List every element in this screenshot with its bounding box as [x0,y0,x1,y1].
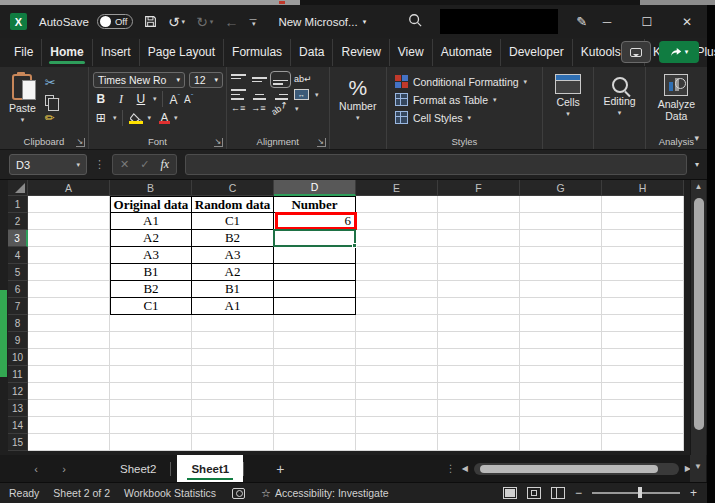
row-header-15[interactable]: 15 [8,434,28,451]
align-right-button[interactable] [273,89,288,100]
cell-D5[interactable] [274,264,356,281]
row-header-14[interactable]: 14 [8,417,28,434]
tab-scrollbar-splitter[interactable]: ⋮ [446,463,456,474]
cell-F6[interactable] [438,281,520,298]
sheet-tab-sheet2[interactable]: Sheet2 [106,455,170,482]
cell-E13[interactable] [356,400,438,417]
ribbon-tab-page-layout[interactable]: Page Layout [140,39,224,66]
borders-button[interactable]: ⊞ [93,111,109,125]
cell-G6[interactable] [520,281,602,298]
formula-input[interactable] [185,154,687,175]
normal-view-button[interactable] [503,487,517,499]
row-header-3[interactable]: 3 [8,230,28,247]
cell-D1[interactable]: Number [274,196,356,213]
format-as-table-button[interactable]: Format as Table ▾ [395,93,527,106]
cell-D10[interactable] [274,349,356,366]
cell-G9[interactable] [520,332,602,349]
cell-B1[interactable]: Original data [110,196,192,213]
cell-C10[interactable] [192,349,274,366]
row-header-12[interactable]: 12 [8,383,28,400]
cell-B3[interactable]: A2 [110,230,192,247]
new-sheet-button[interactable]: + [276,461,284,477]
ribbon-tab-data[interactable]: Data [291,39,333,66]
page-break-preview-button[interactable] [551,487,565,499]
cell-H1[interactable] [602,196,684,213]
row-header-10[interactable]: 10 [8,349,28,366]
cell-G4[interactable] [520,247,602,264]
cell-D12[interactable] [274,383,356,400]
cell-A15[interactable] [28,434,110,451]
macro-recording-icon[interactable] [232,488,245,499]
cell-D4[interactable] [274,247,356,264]
italic-button[interactable]: I [113,92,129,107]
row-header-5[interactable]: 5 [8,264,28,281]
cells-button[interactable]: Cells ▾ [550,72,586,133]
maximize-button[interactable]: ☐ [627,5,667,38]
align-top-button[interactable] [231,74,246,85]
cell-styles-button[interactable]: Cell Styles ▾ [395,111,527,124]
cell-H8[interactable] [602,315,684,332]
cell-G7[interactable] [520,298,602,315]
cell-A13[interactable] [28,400,110,417]
cell-C13[interactable] [192,400,274,417]
column-header-h[interactable]: H [602,180,684,196]
chevron-down-icon[interactable]: ▾ [295,105,299,113]
autosave-toggle[interactable]: Off [97,14,133,29]
scroll-down-arrow-icon[interactable]: ▼ [690,455,706,482]
column-header-c[interactable]: C [192,180,274,196]
row-header-6[interactable]: 6 [8,281,28,298]
cell-A14[interactable] [28,417,110,434]
name-box[interactable]: D3 ▾ [9,154,87,175]
column-header-e[interactable]: E [356,180,438,196]
cell-F12[interactable] [438,383,520,400]
row-header-11[interactable]: 11 [8,366,28,383]
document-title[interactable]: New Microsof...▾ [278,16,366,28]
cell-A8[interactable] [28,315,110,332]
ribbon-tab-automate[interactable]: Automate [433,39,501,66]
analyze-data-button[interactable]: Analyze Data [650,72,703,133]
ink-pen-icon[interactable]: ✎ [576,14,587,29]
row-header-1[interactable]: 1 [8,196,28,213]
cell-C12[interactable] [192,383,274,400]
insert-function-button[interactable]: fx [160,157,169,172]
zoom-in-button[interactable]: + [690,486,697,500]
select-all-button[interactable] [8,180,28,196]
row-header-13[interactable]: 13 [8,400,28,417]
cell-D2[interactable]: 6 [274,213,356,230]
increase-indent-button[interactable]: →≡ [251,104,265,113]
copy-button[interactable]: ▾ [45,93,60,107]
cell-D8[interactable] [274,315,356,332]
cell-G13[interactable] [520,400,602,417]
vertical-scrollbar[interactable]: ▲ [690,180,706,455]
cell-C7[interactable]: A1 [192,298,274,315]
align-middle-button[interactable] [252,74,267,85]
cell-C15[interactable] [192,434,274,451]
cell-E10[interactable] [356,349,438,366]
clipboard-dialog-launcher[interactable]: ↘ [76,138,85,147]
chevron-down-icon[interactable]: ▾ [174,114,178,122]
enter-button[interactable]: ✓ [140,158,149,171]
quick-access-overflow-button[interactable]: —▾ [249,17,256,27]
sheet-tab-sheet1[interactable]: Sheet1 [177,455,243,482]
cell-A5[interactable] [28,264,110,281]
row-header-4[interactable]: 4 [8,247,28,264]
undo-button[interactable]: ↺▾ [168,14,185,30]
number-format-button[interactable]: % Number ▾ [334,72,381,133]
horizontal-scrollbar-thumb[interactable] [480,465,658,473]
font-name-select[interactable]: Times New Ro▾ [93,72,185,88]
merge-center-button[interactable]: ↔ [294,89,309,100]
cell-B2[interactable]: A1 [110,213,192,230]
cell-A2[interactable] [28,213,110,230]
cell-E9[interactable] [356,332,438,349]
cell-E15[interactable] [356,434,438,451]
ribbon-tab-developer[interactable]: Developer [501,39,573,66]
cell-B9[interactable] [110,332,192,349]
cell-E6[interactable] [356,281,438,298]
workbook-statistics-button[interactable]: Workbook Statistics [124,487,216,499]
zoom-slider-handle[interactable] [638,487,642,498]
cell-D13[interactable] [274,400,356,417]
column-header-a[interactable]: A [28,180,110,196]
row-header-7[interactable]: 7 [8,298,28,315]
cell-B5[interactable]: B1 [110,264,192,281]
cell-G8[interactable] [520,315,602,332]
